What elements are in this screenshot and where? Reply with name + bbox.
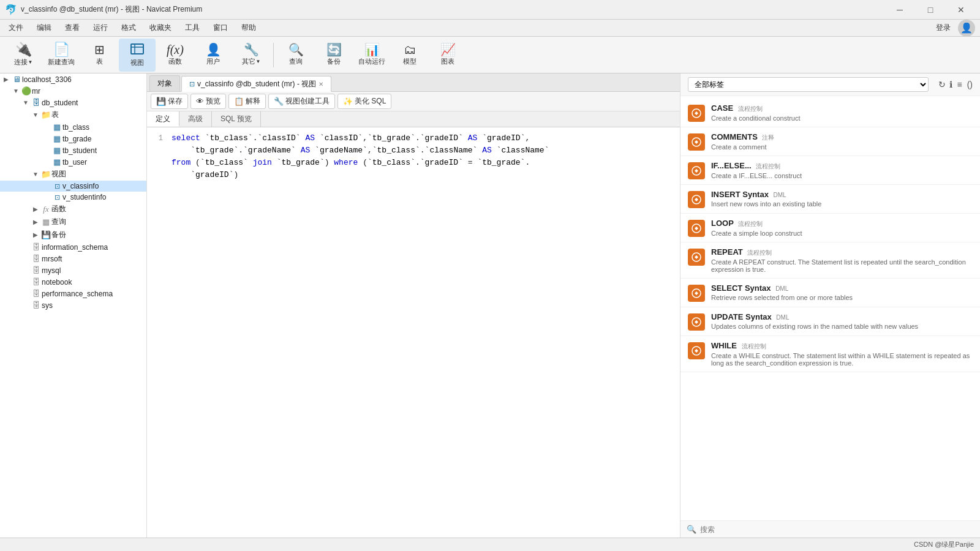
snippet-case[interactable]: CASE 流程控制 Create a conditional construct: [680, 99, 980, 127]
list-icon[interactable]: ≡: [957, 80, 962, 89]
tab-objects[interactable]: 对象: [149, 75, 180, 91]
line-number-2: [147, 144, 169, 157]
menu-bar: 文件 编辑 查看 运行 格式 收藏夹 工具 窗口 帮助 登录 👤: [0, 20, 980, 37]
sidebar-item-views[interactable]: ▼ 📁 视图: [0, 168, 146, 181]
toolbar-table[interactable]: ⊞ 表: [81, 39, 118, 72]
snippet-insert-syntax[interactable]: INSERT Syntax DML Insert new rows into a…: [680, 185, 980, 214]
sidebar-item-localhost[interactable]: ▶ 🖥 localhost_3306: [0, 73, 146, 85]
menu-run[interactable]: 运行: [87, 20, 114, 36]
info-schema-label: information_schema: [42, 243, 108, 252]
sidebar-item-queries[interactable]: ▶ ▦ 查询: [0, 216, 146, 228]
snippet-loop[interactable]: LOOP 流程控制 Create a simple loop construct: [680, 214, 980, 242]
code-icon[interactable]: (): [967, 80, 973, 89]
save-button[interactable]: 💾 保存: [151, 94, 188, 109]
info-icon[interactable]: ℹ: [949, 80, 952, 89]
menu-favorites[interactable]: 收藏夹: [143, 20, 178, 36]
search-input[interactable]: [700, 525, 974, 534]
menu-tools[interactable]: 工具: [179, 20, 206, 36]
toolbar-new-query[interactable]: 📄 新建查询: [43, 39, 80, 72]
window-title: v_classinfo @db_student (mr) - 视图 - Navi…: [21, 4, 202, 15]
sidebar-item-mrsoft[interactable]: 🗄 mrsoft: [0, 253, 146, 264]
toolbar-auto-run[interactable]: 📊 自动运行: [353, 39, 390, 72]
preview-icon: 👁: [196, 97, 204, 106]
menu-help[interactable]: 帮助: [235, 20, 262, 36]
sidebar-item-v-classinfo[interactable]: ⊡ v_classinfo: [0, 181, 146, 192]
sidebar-item-notebook[interactable]: 🗄 notebook: [0, 276, 146, 288]
views-label: 视图: [51, 169, 66, 179]
panel-header-icons: ℹ ≡ (): [949, 80, 973, 89]
sidebar-item-sys[interactable]: 🗄 sys: [0, 299, 146, 311]
sidebar-item-functions[interactable]: ▶ fx 函数: [0, 203, 146, 216]
snippet-while[interactable]: WHILE 流程控制 Create a WHILE construct. The…: [680, 336, 980, 372]
sidebar-item-db-student[interactable]: ▼ 🗄 db_student: [0, 97, 146, 108]
tag-filter-select[interactable]: 全部标签: [688, 77, 929, 92]
db-icon: 🗄: [31, 266, 42, 275]
title-bar-left: 🐬 v_classinfo @db_student (mr) - 视图 - Na…: [5, 4, 202, 15]
minimize-button[interactable]: ─: [886, 0, 914, 20]
toolbar-connect[interactable]: 🔌 连接 ▼: [5, 39, 42, 72]
menu-window[interactable]: 窗口: [207, 20, 234, 36]
toolbar-chart[interactable]: 📈 图表: [429, 39, 466, 72]
snippet-update-desc: Updates columns of existing rows in the …: [711, 323, 973, 330]
collapse-arrow: ▼: [11, 88, 21, 94]
tab-advanced[interactable]: 高级: [179, 111, 212, 127]
collapse-arrow: ▶: [31, 206, 40, 212]
toolbar-user[interactable]: 👤 用户: [195, 39, 232, 72]
toolbar-backup[interactable]: 🔄 备份: [315, 39, 352, 72]
toolbar-view[interactable]: 视图: [119, 39, 156, 72]
tab-v-classinfo[interactable]: ⊡ v_classinfo @db_student (mr) - 视图 ✕: [181, 76, 331, 92]
menu-edit[interactable]: 编辑: [31, 20, 58, 36]
refresh-button[interactable]: ↻: [935, 78, 949, 91]
sidebar-item-mr[interactable]: ▼ 🟢 mr: [0, 85, 146, 97]
sql-editor[interactable]: 1 select `tb_class`.`classID` AS `classI…: [147, 127, 680, 538]
sidebar-item-performance-schema[interactable]: 🗄 performance_schema: [0, 288, 146, 299]
maximize-button[interactable]: □: [916, 0, 944, 20]
status-right: CSDN @绿星Panjie: [914, 540, 974, 549]
line-content-1: select `tb_class`.`classID` AS `classID`…: [169, 132, 680, 144]
editor-line-3: from (`tb_class` join `tb_grade`) where …: [147, 157, 680, 169]
notebook-label: notebook: [42, 278, 72, 287]
sidebar-item-info-schema[interactable]: 🗄 information_schema: [0, 241, 146, 253]
snippet-select-desc: Retrieve rows selected from one or more …: [711, 294, 973, 301]
sidebar-item-tb-student[interactable]: ▦ tb_student: [0, 144, 146, 156]
tab-close-button[interactable]: ✕: [318, 81, 323, 88]
snippet-if-else-title: IF...ELSE... 流程控制: [711, 161, 973, 171]
db-icon: 🗄: [31, 277, 42, 287]
sidebar-item-tb-class[interactable]: ▦ tb_class: [0, 121, 146, 133]
collapse-arrow: ▶: [31, 219, 40, 225]
connect-arrow: ▼: [28, 59, 33, 65]
tab-define[interactable]: 定义: [147, 111, 179, 127]
explain-label: 解释: [246, 96, 260, 107]
close-button[interactable]: ✕: [947, 0, 975, 20]
title-bar-controls: ─ □ ✕: [886, 0, 975, 20]
snippet-if-else[interactable]: IF...ELSE... 流程控制 Create a IF...ELSE... …: [680, 156, 980, 185]
tab-sql-preview[interactable]: SQL 预览: [212, 111, 261, 127]
model-icon: 🗂: [404, 43, 416, 56]
sidebar-item-mysql[interactable]: 🗄 mysql: [0, 264, 146, 276]
preview-button[interactable]: 👁 预览: [190, 94, 226, 109]
toolbar-other[interactable]: 🔧 其它 ▼: [233, 39, 270, 72]
login-button[interactable]: 登录: [930, 20, 957, 36]
menu-view[interactable]: 查看: [59, 20, 86, 36]
snippet-update-syntax[interactable]: UPDATE Syntax DML Updates columns of exi…: [680, 307, 980, 336]
sidebar-item-backups[interactable]: ▶ 💾 备份: [0, 228, 146, 241]
snippet-repeat[interactable]: REPEAT 流程控制 Create A REPEAT construct. T…: [680, 242, 980, 279]
menu-file[interactable]: 文件: [2, 20, 29, 36]
line-content-2: `tb_grade`.`gradeName` AS `gradeName`,`t…: [169, 144, 680, 157]
view-creator-button[interactable]: 🔧 视图创建工具: [268, 94, 335, 109]
toolbar-model[interactable]: 🗂 模型: [391, 39, 428, 72]
sidebar-item-v-studentinfo[interactable]: ⊡ v_studentinfo: [0, 192, 146, 203]
snippet-select-syntax[interactable]: SELECT Syntax DML Retrieve rows selected…: [680, 279, 980, 307]
snippet-case-info: CASE 流程控制 Create a conditional construct: [711, 103, 973, 122]
beautify-button[interactable]: ✨ 美化 SQL: [337, 94, 391, 109]
svg-rect-0: [131, 44, 143, 54]
sidebar-item-tables[interactable]: ▼ 📁 表: [0, 108, 146, 121]
toolbar-query[interactable]: 🔍 查询: [277, 39, 314, 72]
sidebar-item-tb-user[interactable]: ▦ tb_user: [0, 156, 146, 168]
menu-format[interactable]: 格式: [115, 20, 142, 36]
sidebar-item-tb-grade[interactable]: ▦ tb_grade: [0, 133, 146, 144]
snippet-comments[interactable]: COMMENTS 注释 Create a comment: [680, 127, 980, 156]
db-student-label: db_student: [42, 99, 78, 107]
explain-button[interactable]: 📋 解释: [228, 94, 266, 109]
toolbar-function[interactable]: f(x) 函数: [157, 39, 194, 72]
